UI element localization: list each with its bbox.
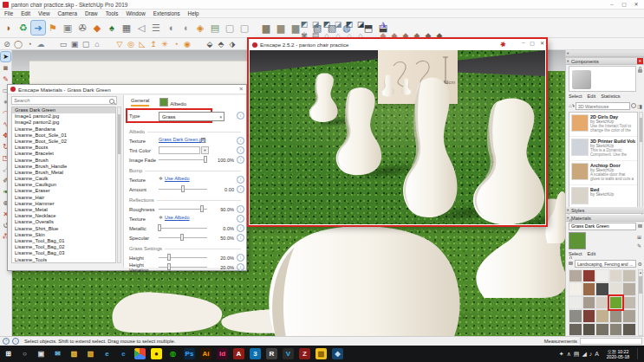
material-list-item[interactable]: Lisanne_Hair [12,195,115,201]
grass-height-slider[interactable] [159,257,207,258]
components-tab[interactable]: Select [569,94,582,99]
help-icon[interactable] [3,338,10,345]
bump-amount-slider[interactable] [159,189,207,190]
maximize-button[interactable]: ▢ [530,40,535,46]
toolbar-icon[interactable]: ◈ [193,21,207,35]
material-list[interactable]: Grass Dark GreenImage1 panton2.jpgImage2… [11,107,116,263]
material-list-item[interactable]: Lisanne_Overalls [12,219,115,225]
material-list-item[interactable]: Lisanne_Skin [12,232,115,238]
toolbar-icon[interactable]: ◩ [299,19,309,29]
toolbar-icon[interactable]: ◎ [126,39,136,49]
toolbar-icon[interactable]: ⬗ [227,39,237,49]
toolbar-icon[interactable]: ⊘ [2,39,12,49]
toolbar-icon[interactable]: ▢ [81,39,91,49]
delete-texture-icon[interactable] [201,138,205,143]
material-swatch[interactable] [569,282,582,295]
bump-use-albedo-link[interactable]: Use Albedo [165,176,190,181]
material-list-item[interactable]: Lisanne_Boot_Sole_02 [12,139,115,145]
material-list-item[interactable]: Image2 panton2.jpg [12,120,115,126]
materials-tab[interactable]: Edit [588,251,596,256]
toolbar-icon[interactable]: ▣ [69,39,80,49]
toolbar-icon[interactable]: ◁ [134,21,148,35]
material-list-item[interactable]: Lisanne_Necklace [12,213,115,219]
search-icon[interactable] [631,103,636,108]
toolbar-icon[interactable] [47,39,57,49]
toolbar-icon[interactable]: ◯ [13,39,23,49]
material-swatch[interactable] [622,296,636,309]
warehouse-search-box[interactable] [576,102,631,110]
material-swatch[interactable] [569,296,582,309]
menu-item[interactable]: View [38,10,50,16]
image-fade-slider[interactable] [159,159,207,160]
menu-item[interactable]: Window [126,10,145,16]
material-swatch[interactable] [609,269,623,282]
taskbar-app-icon[interactable]: ○ [16,346,33,362]
minimize-button[interactable]: – [522,40,524,46]
material-swatch[interactable] [569,269,582,282]
info-icon[interactable] [12,338,19,345]
maximize-button[interactable] [618,0,630,9]
material-swatch[interactable] [622,282,636,295]
taskbar-app-icon[interactable]: Z [296,346,313,362]
create-material-icon[interactable]: ⊞ [637,234,641,240]
material-swatch[interactable] [569,323,582,336]
material-list-item[interactable]: Lisanne_Caulkgun [12,182,115,188]
notification-center-button[interactable] [637,348,642,359]
material-swatch[interactable] [609,282,623,295]
info-icon[interactable] [237,263,244,271]
menu-item[interactable]: Tools [106,10,119,16]
toolbar-icon[interactable]: ▤ [208,21,222,35]
materials-section-header[interactable]: Materials [566,215,644,222]
metallic-slider[interactable] [159,228,207,229]
material-list-item[interactable]: Lisanne_Bracelet [12,151,115,157]
taskbar-app-icon[interactable]: ▣ [33,346,49,362]
info-icon[interactable] [237,205,244,213]
taskbar-app-icon[interactable]: ◎ [165,346,181,362]
component-list-item[interactable]: Archtop Door by SketchUp A scalable door… [569,161,637,185]
material-swatch[interactable] [582,323,596,336]
sample-paint-icon[interactable]: ✎ [637,242,641,249]
material-list-item[interactable]: Lisanne_Caulk [12,176,115,182]
enscape-render-window[interactable]: Enscape 2.5.2 - panton chair practice – … [249,39,546,225]
menu-item[interactable]: Camera [58,10,77,16]
render-view[interactable]: 83cm [250,50,545,224]
components-tab[interactable]: Edit [588,94,596,99]
taskbar-app-icon[interactable]: 3 [247,346,263,362]
taskbar-app-icon[interactable]: ▨ [82,346,99,362]
taskbar-app-icon[interactable] [132,346,148,362]
menu-item[interactable]: File [4,10,13,16]
toolbar-icon[interactable]: ▦ [120,21,133,35]
taskbar-app-icon[interactable]: R [263,346,280,362]
toolbar-icon[interactable]: ⬘ [216,39,226,49]
menu-item[interactable]: Edit [21,10,30,16]
material-search-box[interactable] [11,96,117,105]
system-tray-icon[interactable]: ◢ [582,351,586,358]
taskbar-app-icon[interactable]: A [231,346,247,362]
reflections-use-albedo-link[interactable]: Use Albedo [165,215,190,220]
taskbar-app-icon[interactable]: ▨ [313,346,329,362]
toolbar-icon[interactable]: ▣ [61,21,75,35]
toolbar-icon[interactable]: ◗ [2,21,16,35]
material-list-item[interactable]: Lisanne_Shirt_Blue [12,226,115,232]
material-swatch[interactable] [595,282,609,295]
system-tray-icon[interactable]: ✦ [559,351,564,358]
toolbar-icon[interactable]: ♻ [16,21,30,35]
toolbar-icon[interactable]: ✳ [159,39,170,49]
toolbar-icon[interactable] [367,19,377,29]
toolbar-icon[interactable]: ◖ [164,21,178,35]
toolbar-icon[interactable]: ▢ [223,21,237,35]
material-swatch[interactable] [595,296,609,309]
toolbar-icon[interactable]: ♠ [105,21,119,35]
toolbar-icon[interactable]: ◆ [90,21,104,35]
material-list-item[interactable]: Lisanne_Tools [12,257,115,263]
close-button[interactable]: ✕ [540,40,544,46]
taskbar-app-icon[interactable]: Ai [198,346,214,362]
material-swatch[interactable] [582,309,596,322]
material-swatch[interactable] [595,269,609,282]
material-list-item[interactable]: Lisanne_Boots [12,145,115,151]
component-list-item[interactable]: 3D Printer Build Volume by SketchUp This… [569,137,637,161]
system-tray-icon[interactable]: ▤ [574,351,580,358]
albedo-texture-link[interactable]: Grass Dark Green.jpg [159,137,205,142]
material-swatch[interactable] [569,309,582,322]
component-list-item[interactable]: Bed by SketchUp [569,185,637,210]
